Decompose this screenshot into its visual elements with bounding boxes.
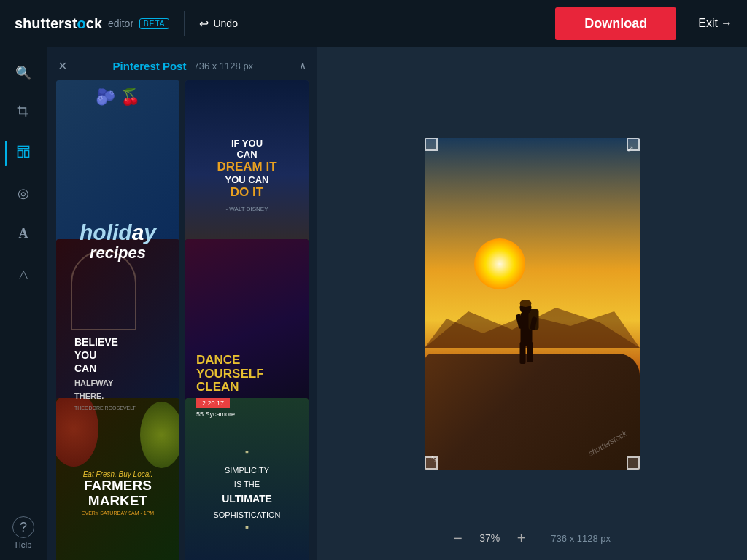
panel-size: 736 x 1128 px [193, 61, 253, 71]
filters-icon: ◎ [18, 185, 29, 201]
svg-rect-2 [25, 150, 29, 157]
template-card-farmers[interactable]: Eat Fresh. Buy Local. FARMERSMARKET EVER… [56, 398, 179, 560]
svg-point-12 [519, 300, 531, 307]
help-button[interactable]: ? Help [12, 516, 34, 560]
logo: shutterstock editor BETA [15, 15, 169, 32]
exit-arrow-icon: → [721, 17, 732, 30]
header: shutterstock editor BETA ↩ Undo Download… [0, 0, 747, 47]
download-button[interactable]: Download [555, 7, 676, 40]
templates-panel: × Pinterest Post 736 x 1128 px ∧ 🫐 🍒 hol… [47, 47, 317, 560]
rocks-element [425, 354, 640, 470]
help-label: Help [15, 540, 32, 549]
handle-bottom-right [627, 456, 640, 470]
panel-header-info: Pinterest Post 736 x 1128 px [113, 60, 254, 72]
tool-filters[interactable]: ◎ [5, 175, 42, 211]
shapes-icon: △ [19, 267, 28, 281]
left-toolbar: 🔍 ◎ A △ [0, 47, 47, 560]
panel-close-button[interactable]: × [58, 58, 67, 73]
editor-label: editor [108, 18, 133, 29]
tool-search[interactable]: 🔍 [5, 55, 42, 91]
tool-templates[interactable] [5, 135, 42, 171]
templates-grid: 🫐 🍒 holiday recipes IF YOU CAN DREAM IT … [47, 80, 317, 560]
beta-badge: BETA [139, 18, 169, 29]
template-card-dance[interactable]: DANCEYOURSELFCLEAN 2.20.17 55 Sycamore [185, 239, 309, 429]
tool-shapes[interactable]: △ [5, 255, 42, 292]
panel-header: × Pinterest Post 736 x 1128 px ∧ [47, 47, 317, 80]
resize-icon-bl: ⤡ [430, 454, 438, 464]
canvas-image[interactable]: shutterstock ⤢ ⤡ [425, 138, 640, 470]
panel-collapse-button[interactable]: ∧ [299, 60, 306, 71]
tool-crop[interactable] [5, 95, 42, 131]
crop-icon [16, 104, 31, 122]
search-icon: 🔍 [15, 65, 31, 81]
undo-icon: ↩ [199, 17, 209, 31]
hiker-figure [509, 280, 542, 370]
panel-title: Pinterest Post [113, 60, 187, 72]
resize-icon-tr: ⤢ [627, 144, 634, 154]
exit-label: Exit [698, 17, 718, 30]
help-icon: ? [12, 516, 34, 538]
svg-rect-1 [18, 150, 23, 157]
template-card-simplicity[interactable]: " SIMPLICITYIS THEULTIMATESOPHISTICATION… [185, 398, 309, 560]
zoom-value: 37% [473, 532, 506, 544]
tool-text[interactable]: A [5, 215, 42, 252]
text-icon: A [19, 226, 28, 241]
zoom-in-button[interactable]: + [517, 531, 526, 545]
undo-label: Undo [213, 18, 237, 29]
templates-icon [16, 144, 31, 163]
main-layout: 🔍 ◎ A △ [0, 47, 747, 560]
zoom-out-button[interactable]: − [454, 531, 462, 545]
canvas-area: shutterstock ⤢ ⤡ − 37% + 736 x 1128 px [317, 47, 747, 560]
canvas-size-label: 736 x 1128 px [551, 533, 611, 544]
header-divider [184, 11, 185, 36]
canvas-content: shutterstock ⤢ ⤡ [425, 138, 640, 470]
svg-rect-0 [18, 146, 29, 148]
handle-top-left [425, 138, 438, 151]
logo-text: shutterstock [15, 15, 102, 32]
undo-button[interactable]: ↩ Undo [199, 17, 237, 31]
exit-button[interactable]: Exit → [698, 17, 732, 30]
canvas-controls: − 37% + 736 x 1128 px [454, 531, 611, 545]
